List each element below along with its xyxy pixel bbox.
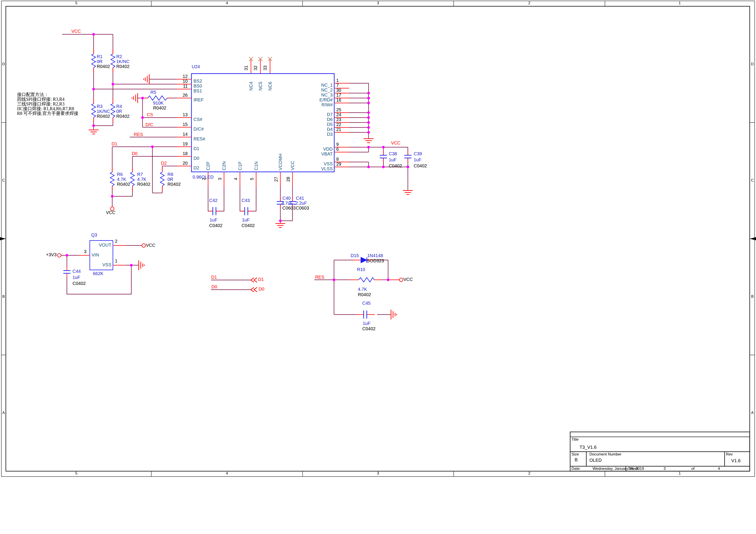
q3-ref: Q3: [91, 232, 97, 237]
r7-footprint: R0402: [137, 182, 150, 187]
sheet-border: [1, 1, 755, 477]
component-symbols: [63, 54, 412, 319]
net-label-d2: D2: [161, 161, 167, 166]
r10-value: 4.7K: [358, 287, 367, 292]
c45-value: 1uF: [363, 321, 370, 326]
titleblock-size-label: Size: [572, 452, 579, 457]
u24-pin-d0: D0: [194, 156, 199, 161]
net-label-vcc-top: VCC: [71, 29, 81, 34]
q3-pin-vout: VOUT: [94, 243, 111, 248]
u24-pin-cs: CS#: [194, 117, 202, 122]
zone-row-right-d: D: [750, 62, 754, 67]
u24-pin-d4: D4: [305, 127, 333, 132]
u24-pinnum-6: 6: [336, 147, 339, 152]
u24-pinnum-32: 32: [253, 66, 258, 70]
c38-ref: C38: [389, 151, 397, 156]
u24-pin-nc6: NC6: [268, 82, 273, 91]
r1-symbol: [92, 54, 95, 68]
junction-dots: [66, 33, 409, 281]
c43-footprint: C0402: [242, 223, 255, 228]
r8-ref: R8: [168, 172, 173, 177]
net-label-cs: CS: [147, 112, 153, 117]
u24-pinnum-4: 4: [233, 178, 238, 180]
u24-pinnum-21: 21: [336, 127, 341, 132]
c44-footprint: C0402: [72, 281, 86, 286]
r10-ref: R10: [357, 267, 365, 272]
r5-ref: R5: [150, 90, 156, 95]
r4-symbol: [111, 104, 115, 118]
u24-pin-vdd: VDD: [305, 147, 333, 151]
u24-pinnum-9: 9: [336, 142, 339, 147]
u24-pinnum-26: 26: [179, 93, 188, 97]
q3-pin-vin: VIN: [92, 253, 99, 257]
u24-pin-d1: D1: [194, 146, 199, 151]
zone-row-right-a: A: [750, 411, 754, 415]
u24-pin-nc3: NC_3: [305, 93, 333, 97]
net-label-dc: D/C: [146, 122, 153, 127]
u24-pin-nc5: NC5: [258, 82, 263, 91]
c42-footprint: C0402: [209, 223, 223, 228]
port-label-vcc-r10: VCC: [403, 277, 413, 282]
port-label-vcc-r6: VCC: [106, 210, 115, 215]
r2-symbol: [111, 54, 115, 68]
c39-footprint: C0402: [414, 163, 427, 168]
r10-footprint: R0402: [358, 292, 371, 297]
u24-pinnum-19: 19: [179, 141, 188, 146]
r3-symbol: [92, 104, 95, 118]
c43-ref: C43: [242, 198, 250, 203]
r4-value: 0R: [116, 109, 122, 114]
u24-pinnum-5: 5: [249, 178, 254, 180]
r7-ref: R7: [137, 172, 143, 177]
q3-pinnum-3: 3: [84, 249, 86, 254]
titleblock-rev-label: Rev: [726, 452, 733, 457]
u24-pinnum-18: 18: [179, 151, 188, 156]
u24-pin-d5: D5: [305, 122, 333, 127]
c40-footprint: C0603: [283, 205, 296, 210]
u24-pin-vss: VSS: [305, 161, 333, 166]
u24-pinnum-33: 33: [263, 66, 268, 70]
u24-pin-res: RES#: [194, 136, 205, 141]
u24-pin-dc: D/C#: [194, 126, 204, 131]
net-label-res: RES: [134, 132, 143, 137]
note-line-2: 四线SPI接口焊接: R3,R4: [17, 97, 65, 102]
r1-value: 0R: [97, 59, 103, 64]
u24-pin-nc4: NC4: [249, 82, 254, 91]
u24-pinnum-22: 22: [336, 122, 341, 127]
q3-pinnum-1: 1: [115, 258, 118, 263]
u24-pinnum-27: 27: [274, 177, 279, 182]
r4-ref: R4: [116, 104, 122, 109]
r6-symbol: [110, 172, 114, 186]
c39-ref: C39: [414, 151, 422, 156]
u24-pinnum-15: 15: [179, 122, 188, 127]
r6-value: 4.7K: [117, 177, 126, 182]
fold-arrows: [0, 237, 756, 240]
u24-pin-d2: D2: [194, 165, 199, 170]
u24-pin-nc1: NC_1: [305, 83, 333, 88]
u24-pinnum-31: 31: [244, 66, 249, 70]
u24-pinnum-13: 13: [179, 112, 188, 117]
zone-col-bot-1: 1: [675, 471, 684, 476]
u24-pin-vcomh: VCOMH: [278, 154, 283, 170]
u24-pin-c2n: C2N: [222, 161, 227, 170]
u24-pinnum-2: 2: [201, 178, 206, 180]
u24-pinnum-20: 20: [179, 161, 188, 166]
r5-footprint: R0402: [153, 105, 166, 110]
net-label-vcc-c38: VCC: [391, 141, 400, 146]
u24-pin-bs0: BS0: [194, 84, 202, 89]
zone-row-left-c: C: [2, 178, 6, 183]
r3-value: 1K/NC: [97, 109, 110, 114]
u24-pin-vcc: VCC: [290, 161, 295, 170]
titleblock-docnum: OLED: [589, 458, 602, 463]
titleblock-title-label: Title: [572, 438, 579, 442]
u24-pinnum-7: 7: [336, 83, 339, 88]
u24-pinnum-10: 10: [179, 79, 188, 84]
zone-col-bot-3: 3: [373, 471, 383, 476]
u24-pinnum-8: 8: [336, 157, 339, 162]
titleblock-sheet-total: 4: [718, 467, 720, 471]
u24-pinnum-17: 17: [336, 93, 341, 97]
wires: [61, 34, 408, 314]
titleblock-title: T3_V1.6: [580, 445, 597, 450]
c38-value: 1uF: [389, 157, 396, 162]
zone-col-top-1: 1: [675, 1, 684, 5]
q3-pinnum-2: 2: [115, 239, 118, 244]
